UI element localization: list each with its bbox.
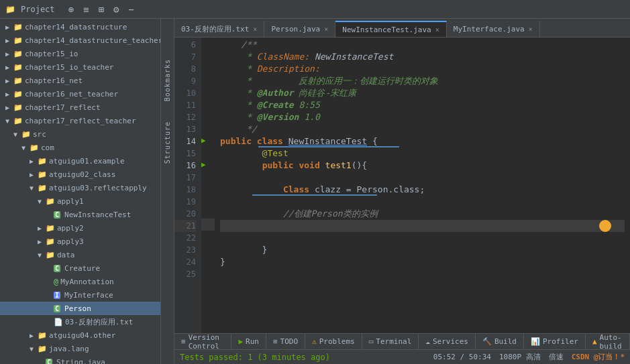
services-icon: ☁ xyxy=(425,337,430,346)
tab-close-icon[interactable]: × xyxy=(435,26,439,34)
tree-item-creature[interactable]: ▶ C Creature xyxy=(0,261,160,275)
toolbar-label: Version Control xyxy=(189,333,225,351)
toolbar-terminal[interactable]: ▭ Terminal xyxy=(362,334,419,349)
code-line-18: Class clazz = Person.class; xyxy=(220,184,625,196)
profiler-icon: 📊 xyxy=(531,337,540,346)
tree-item-atguigu02[interactable]: ▶ 📁 atguigu02_class xyxy=(0,168,160,181)
folder-icon: 📁 xyxy=(30,143,39,152)
tree-label: src xyxy=(33,130,46,139)
structure-label[interactable]: Structure xyxy=(164,121,171,164)
list-icon[interactable]: ≡ xyxy=(81,3,91,16)
resolution-display: 1080P 高清 xyxy=(499,352,541,362)
tree-item-java-lang[interactable]: ▼ 📁 java.lang xyxy=(0,342,160,355)
comment-text: * @Version 1.0 xyxy=(220,111,320,123)
tab-close-icon[interactable]: × xyxy=(529,25,533,33)
tree-item-src[interactable]: ▼ 📁 src xyxy=(0,127,160,141)
tree-label: chapter14_datastructure xyxy=(25,23,127,32)
tab-new-instance[interactable]: NewInstanceTest.java × xyxy=(335,21,446,37)
tree-item-data[interactable]: ▼ 📁 data xyxy=(0,248,160,261)
bookmarks-label[interactable]: Bookmarks xyxy=(164,59,171,101)
folder-icon: 📁 xyxy=(38,184,47,192)
tab-label: Person.java xyxy=(271,25,320,34)
run-gutter-icon[interactable]: ▶ xyxy=(201,136,206,145)
toolbar-label: Run xyxy=(246,337,259,346)
toolbar-run[interactable]: ▶ Run xyxy=(231,334,266,349)
tree-item-chapter17-reflect-teacher[interactable]: ▼ 📁 chapter17_reflect_teacher xyxy=(0,114,160,127)
tree-item-atguigu01[interactable]: ▶ 📁 atguigu01.example xyxy=(0,154,160,168)
tree-item-apply1[interactable]: ▼ 📁 apply1 xyxy=(0,194,160,208)
java-class-icon: C xyxy=(54,211,60,219)
expand-arrow: ▶ xyxy=(5,90,13,98)
toolbar-label: Auto-build xyxy=(600,333,623,351)
toolbar-auto-build[interactable]: ▲ Auto-build xyxy=(586,334,630,349)
tree-item-chapter14-ds[interactable]: ▶ 📁 chapter14_datastructure xyxy=(0,20,160,34)
toolbar-problems[interactable]: ⚠ Problems xyxy=(305,334,362,349)
minimize-icon[interactable]: − xyxy=(125,3,136,16)
toolbar-build[interactable]: 🔨 Build xyxy=(476,334,524,349)
toolbar-todo[interactable]: ≡ TODO xyxy=(266,334,305,349)
code-text xyxy=(220,172,225,184)
top-bar-icons: ⊕ ≡ ⊞ ⚙ − xyxy=(66,3,137,16)
comment-text: /** xyxy=(220,39,257,51)
folder-icon: 📁 xyxy=(46,251,55,259)
folder-icon: 📁 xyxy=(38,170,47,179)
tree-item-chapter15-io[interactable]: ▶ 📁 chapter15_io xyxy=(0,47,160,60)
tree-item-string[interactable]: ▶ C String.java xyxy=(0,355,160,364)
tree-item-chapter16-net[interactable]: ▶ 📁 chapter16_net xyxy=(0,74,160,87)
toolbar-label: Services xyxy=(433,337,468,346)
tree-item-new-instance[interactable]: ▶ C NewInstanceTest xyxy=(0,208,160,221)
code-text: } xyxy=(220,256,225,268)
toolbar-version-control[interactable]: ≡ Version Control xyxy=(174,334,231,349)
top-bar-left: 📁 Project ⊕ ≡ ⊞ ⚙ − xyxy=(5,3,137,16)
java-class-icon: C xyxy=(54,265,60,272)
tree-item-chapter17-reflect[interactable]: ▶ 📁 chapter17_reflect xyxy=(0,101,160,114)
toolbar-profiler[interactable]: 📊 Profiler xyxy=(524,334,586,349)
tree-label: chapter17_reflect xyxy=(25,103,101,112)
settings-icon[interactable]: ⚙ xyxy=(111,3,121,16)
tree-item-reflect-txt[interactable]: ▶ 📄 03-反射的应用.txt xyxy=(0,315,160,328)
tree-item-chapter15-io-teacher[interactable]: ▶ 📁 chapter15_io_teacher xyxy=(0,60,160,74)
test-result: Tests passed: 1 (3 minutes ago) xyxy=(180,353,330,362)
tree-item-apply3[interactable]: ▶ 📁 apply3 xyxy=(0,235,160,248)
expand-arrow: ▶ xyxy=(5,37,13,44)
tree-item-com[interactable]: ▼ 📁 com xyxy=(0,141,160,154)
main-layout: ▶ 📁 chapter14_datastructure ▶ 📁 chapter1… xyxy=(0,19,630,364)
code-content[interactable]: /** * ClassName: NewInstanceTest * Descr… xyxy=(215,38,630,333)
comment-text: * @Create 8:55 xyxy=(220,99,320,111)
tree-item-person[interactable]: ▶ C Person xyxy=(0,302,160,315)
tab-person[interactable]: Person.java × xyxy=(264,21,335,37)
code-line-8: * Description: xyxy=(220,63,625,75)
tab-close-icon[interactable]: × xyxy=(253,25,257,33)
top-bar: 📁 Project ⊕ ≡ ⊞ ⚙ − xyxy=(0,0,630,19)
toolbar-label: Terminal xyxy=(376,337,411,346)
tree-item-myinterface[interactable]: ▶ I MyInterface xyxy=(0,288,160,302)
code-line-20: //创建Person类的实例 xyxy=(220,208,625,220)
tree-item-atguigu03[interactable]: ▼ 📁 atguigu03.reflectapply xyxy=(0,181,160,194)
tree-item-atguigu04[interactable]: ▶ 📁 atguigu04.other xyxy=(0,328,160,342)
tab-myinterface[interactable]: MyInterface.java × xyxy=(447,21,540,37)
folder-icon: 📁 xyxy=(46,197,55,206)
run-gutter-icon-2[interactable]: ▶ xyxy=(201,160,206,169)
tree-item-myannotation[interactable]: ▶ @ MyAnnotation xyxy=(0,275,160,288)
tree-label: NewInstanceTest xyxy=(64,210,131,219)
file-tree-panel: ▶ 📁 chapter14_datastructure ▶ 📁 chapter1… xyxy=(0,19,161,364)
tree-item-chapter16-net-teacher[interactable]: ▶ 📁 chapter16_net_teacher xyxy=(0,87,160,101)
folder-icon: 📁 xyxy=(13,63,23,72)
folder-icon: 📁 xyxy=(13,76,23,85)
tab-reflect-txt[interactable]: 03-反射的应用.txt × xyxy=(174,21,264,37)
code-line-11: * @Create 8:55 xyxy=(220,99,625,111)
tree-item-apply2[interactable]: ▶ 📁 apply2 xyxy=(0,221,160,235)
code-editor: 6 7 8 9 10 11 12 13 14 15 16 17 18 19 20… xyxy=(174,38,630,333)
tree-label: atguigu03.reflectapply xyxy=(49,184,147,192)
tree-label: Creature xyxy=(64,264,100,273)
tab-close-icon[interactable]: × xyxy=(324,25,328,33)
code-text xyxy=(220,220,283,232)
folder-icon: 📁 xyxy=(46,224,55,233)
toolbar-label: TODO xyxy=(280,337,299,346)
sync-icon[interactable]: ⊕ xyxy=(66,3,76,16)
expand-arrow: ▶ xyxy=(5,50,13,58)
toolbar-services[interactable]: ☁ Services xyxy=(419,334,476,349)
code-line-23: } xyxy=(220,244,625,256)
split-icon[interactable]: ⊞ xyxy=(95,3,106,16)
tree-item-chapter14-ds-teacher[interactable]: ▶ 📁 chapter14_datastructure_teacher xyxy=(0,34,160,47)
